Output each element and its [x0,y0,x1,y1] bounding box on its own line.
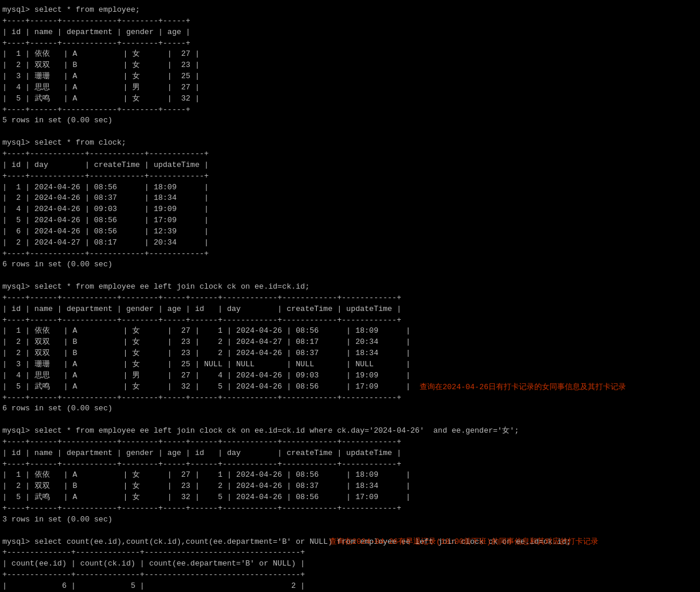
annotation-1: 查询在2024-04-26日有打卡记录的女同事信息及其打卡记录 [420,382,626,392]
terminal-output: mysql> select * from employee; +----+---… [2,5,698,592]
prompt-2: mysql> [2,138,35,147]
prompt-3: mysql> [2,282,35,291]
prompt-5: mysql> [2,537,35,546]
cmd-3: select * from employee ee left join cloc… [35,282,310,291]
terminal-window: mysql> select * from employee; +----+---… [2,5,698,592]
cmd-2: select * from clock; [35,138,126,147]
prompt-4: mysql> [2,426,35,435]
cmd-4: select * from employee ee left join cloc… [35,426,519,435]
cmd-1: select * from employee; [35,5,140,14]
prompt-1: mysql> [2,5,35,14]
annotation-2: 查询在2024-04-26有早退记录(18:00前下班)的同事信息和其对应的打卡… [329,536,598,547]
